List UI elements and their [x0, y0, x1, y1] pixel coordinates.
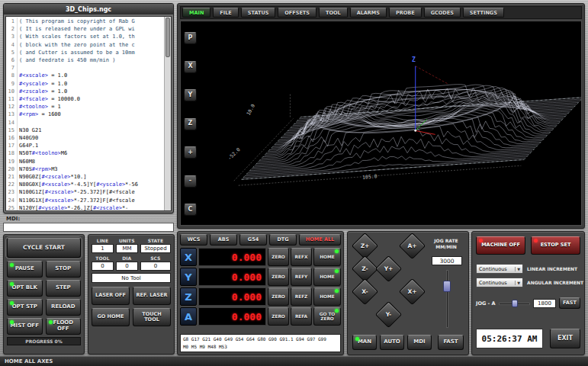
flood-button[interactable]: FLOOD OFF [46, 318, 82, 335]
dro-value-z: 0.000 [198, 287, 266, 306]
jog-y-minus-button[interactable]: Y- [375, 301, 402, 328]
refy-button-y[interactable]: REFY [291, 268, 312, 286]
mdi-label: MDI: [6, 216, 20, 222]
jog-a-fast-button[interactable]: FAST [559, 297, 580, 309]
refz-button-z[interactable]: REFZ [291, 287, 312, 306]
reload-button[interactable]: RELOAD [46, 299, 82, 316]
jog-y-plus-button[interactable]: Y+ [375, 255, 402, 282]
gcode-line: 17G64P.1 [6, 142, 163, 149]
stop-button[interactable]: STOP [46, 261, 82, 278]
view-button-p[interactable]: P [184, 32, 197, 44]
axis-select-y[interactable]: Y [180, 268, 197, 286]
backplot-canvas[interactable]: PXYZ+-C Z 10.0 -52.0 105.0 [180, 21, 582, 226]
pause-button[interactable]: PAUSE [7, 261, 43, 278]
dro-value-a: 0.000 [198, 307, 266, 326]
manual-mode-button[interactable]: MAN [352, 335, 377, 350]
gcode-line: 5( and Cutter is assumed to be a 10mm [6, 49, 163, 56]
go-home-label: GO HOME [98, 314, 124, 319]
gcode-line: 1( This program is copyright of Rab G [6, 18, 163, 25]
tool-header: TOOL [92, 255, 114, 261]
auto-mode-button[interactable]: AUTO [380, 335, 404, 350]
view-button-plus[interactable]: + [184, 146, 197, 159]
home-button-x[interactable]: HOME [313, 248, 341, 266]
estop-button[interactable]: ESTOP SET [531, 236, 580, 255]
active-mcodes: M0 M5 M9 M48 M53 [183, 343, 338, 351]
view-button-minus[interactable]: - [184, 175, 197, 188]
jog-a-plus-button[interactable]: A+ [399, 233, 426, 259]
go-to-zero-button-a[interactable]: GO TO ZERO [313, 307, 341, 326]
home-button-z[interactable]: HOME [313, 287, 341, 306]
view-button-y[interactable]: Y [184, 89, 197, 101]
linear-increment-select[interactable]: Continuous ▼ [476, 264, 523, 274]
jog-rate-slider[interactable] [442, 270, 451, 328]
machine-off-button[interactable]: MACHINE OFF [476, 236, 525, 255]
machine-off-led [479, 239, 483, 242]
zero-button-a[interactable]: ZERO [268, 307, 289, 326]
reload-label: RELOAD [51, 304, 75, 310]
laser-off-button[interactable]: LASER OFF [92, 287, 130, 305]
abs-button[interactable]: ABS [210, 234, 237, 246]
g54-button[interactable]: G54 [239, 234, 267, 246]
cycle-start-label: CYCLE START [23, 245, 65, 251]
step-button[interactable]: STEP [46, 280, 82, 297]
step-label: STEP [56, 285, 71, 291]
axis-select-z[interactable]: Z [180, 287, 197, 306]
tab-file[interactable]: FILE [213, 8, 238, 18]
zero-button-z[interactable]: ZERO [268, 287, 289, 306]
tab-main[interactable]: MAIN [182, 8, 210, 18]
axis-select-x[interactable]: X [180, 248, 197, 266]
view-button-c[interactable]: C [184, 204, 197, 216]
jog-x-plus-button[interactable]: X+ [399, 278, 426, 305]
gcode-text-area[interactable]: 1( This program is copyright of Rab G2( … [5, 16, 172, 211]
mdi-mode-button[interactable]: MDI [407, 335, 432, 350]
home-button-y[interactable]: HOME [313, 268, 341, 286]
view-button-x[interactable]: X [184, 61, 197, 73]
zero-button-x[interactable]: ZERO [268, 248, 289, 266]
touch-tool-button[interactable]: TOUCH TOOL [133, 308, 171, 326]
jog-a-fast-label: FAST [563, 300, 577, 306]
gcode-line: 21N90G0Z[#<zscale>*10.] [6, 173, 163, 181]
go-home-button[interactable]: GO HOME [92, 308, 130, 326]
angular-increment-select[interactable]: Continuous ▼ [476, 278, 523, 287]
jog-rate-slider-thumb[interactable] [443, 281, 451, 292]
scs-value: 0 [140, 262, 171, 271]
tab-offsets[interactable]: OFFSETS [278, 8, 316, 18]
dro-row-z: Z0.000ZEROREFZHOME [180, 287, 341, 306]
jog-fast-button[interactable]: FAST [438, 335, 464, 350]
tab-probe[interactable]: PROBE [389, 8, 422, 18]
jog-rate-slider-track [446, 270, 448, 328]
exit-button[interactable]: EXIT [550, 329, 580, 348]
dro-row-x: X0.000ZEROREFXHOME [180, 248, 341, 266]
tab-tool[interactable]: TOOL [319, 8, 348, 18]
jog-x-minus-button[interactable]: X- [352, 278, 378, 305]
jog-a-slider-thumb[interactable] [512, 300, 518, 307]
cycle-start-button[interactable]: CYCLE START [7, 238, 81, 258]
editor-scrollbar[interactable] [164, 17, 171, 210]
mdi-input[interactable] [3, 223, 174, 232]
tab-gcodes[interactable]: GCODES [424, 8, 461, 18]
opt-stp-label: OPT STP [12, 304, 37, 310]
tab-settings[interactable]: SETTINGS [463, 8, 504, 18]
view-button-z[interactable]: Z [184, 118, 197, 130]
mist-button[interactable]: MIST OFF [7, 318, 43, 335]
wcs-button[interactable]: WCS [180, 234, 207, 246]
state-value: Stopped [140, 244, 171, 253]
tab-status[interactable]: STATUS [241, 8, 276, 18]
optional-stop-button[interactable]: OPT STP [7, 299, 43, 316]
dtg-button[interactable]: DTG [269, 234, 297, 246]
tool-description: No Tool [92, 273, 171, 283]
machine-power-panel: MACHINE OFF ESTOP SET Continuous ▼ LINEA… [471, 231, 585, 355]
ref-laser-button[interactable]: REF. LASER [133, 287, 171, 305]
tab-alarms[interactable]: ALARMS [350, 8, 387, 18]
jog-z-minus-label: Z- [356, 260, 374, 278]
gcode-line: 18N50T#<toolno>M6 [6, 149, 163, 157]
optional-block-button[interactable]: OPT BLK [7, 280, 43, 297]
axis-select-a[interactable]: A [180, 307, 197, 326]
home-all-button[interactable]: HOME ALL [299, 234, 341, 246]
refa-button-a[interactable]: REFA [291, 307, 312, 326]
stop-label: STOP [55, 266, 71, 272]
zero-button-y[interactable]: ZERO [268, 268, 289, 286]
refx-button-x[interactable]: REFX [291, 248, 312, 266]
editor-scrollbar-thumb[interactable] [165, 18, 170, 57]
jog-a-slider[interactable] [499, 300, 530, 307]
